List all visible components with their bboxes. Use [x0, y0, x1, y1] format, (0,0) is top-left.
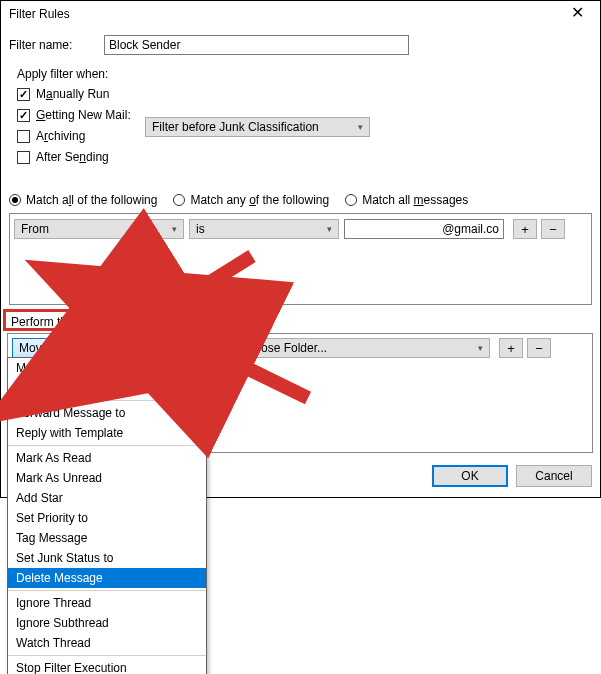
dropdown-option[interactable]: Reply with Template: [8, 423, 206, 443]
dropdown-separator: [8, 400, 206, 401]
apply-filter-when-heading: Apply filter when:: [17, 67, 131, 81]
dropdown-option[interactable]: Copy Message to: [8, 378, 206, 398]
radio-icon: [9, 194, 21, 206]
folder-icon: [219, 343, 233, 354]
dropdown-option[interactable]: Set Junk Status to: [8, 548, 206, 568]
conditions-box: From ▾ is ▾ @gmail.co + −: [9, 213, 592, 305]
match-all-messages-radio[interactable]: Match all messages: [345, 193, 468, 207]
dropdown-option[interactable]: Add Star: [8, 488, 206, 508]
chevron-down-icon: ▾: [190, 343, 195, 353]
dropdown-separator: [8, 655, 206, 656]
add-action-button[interactable]: +: [499, 338, 523, 358]
apply-filter-when-section: Apply filter when: Manually Run Getting …: [17, 67, 131, 169]
dropdown-option[interactable]: Ignore Subthread: [8, 613, 206, 633]
archiving-checkbox[interactable]: Archiving: [17, 127, 131, 145]
condition-row: From ▾ is ▾ @gmail.co + −: [14, 218, 587, 240]
dropdown-option[interactable]: Move Message to: [8, 358, 206, 378]
dropdown-option[interactable]: Stop Filter Execution: [8, 658, 206, 674]
condition-field-select[interactable]: From ▾: [14, 219, 184, 239]
close-button[interactable]: ✕: [555, 1, 600, 31]
dropdown-option[interactable]: Mark As Read: [8, 448, 206, 468]
chevron-down-icon: ▾: [172, 224, 177, 234]
cancel-button[interactable]: Cancel: [516, 465, 592, 487]
chevron-down-icon: ▾: [327, 224, 332, 234]
close-icon: ✕: [571, 4, 584, 21]
checkbox-icon: [17, 130, 30, 143]
dropdown-option[interactable]: Watch Thread: [8, 633, 206, 653]
dropdown-option[interactable]: Set Priority to: [8, 508, 206, 528]
dialog-buttons: OK Cancel: [432, 465, 592, 487]
dropdown-option[interactable]: Delete Message: [8, 568, 206, 588]
checkbox-icon: [17, 88, 30, 101]
getting-new-mail-checkbox[interactable]: Getting New Mail:: [17, 106, 131, 124]
manually-run-checkbox[interactable]: Manually Run: [17, 85, 131, 103]
ok-button[interactable]: OK: [432, 465, 508, 487]
add-condition-button[interactable]: +: [513, 219, 537, 239]
filter-rules-dialog-screenshot: Filter Rules ✕ Filter name: Apply filter…: [0, 0, 601, 674]
window-title: Filter Rules: [9, 7, 70, 21]
junk-classification-select[interactable]: Filter before Junk Classification ▾: [145, 117, 370, 137]
condition-value-input[interactable]: @gmail.co: [344, 219, 504, 239]
filter-name-row: Filter name:: [9, 35, 592, 57]
dropdown-option[interactable]: Forward Message to: [8, 403, 206, 423]
chevron-down-icon: ▾: [358, 122, 363, 132]
filter-name-input[interactable]: [104, 35, 409, 55]
remove-condition-button[interactable]: −: [541, 219, 565, 239]
match-all-radio[interactable]: Match all of the following: [9, 193, 157, 207]
match-mode-row: Match all of the following Match any of …: [9, 193, 468, 207]
after-sending-checkbox[interactable]: After Sending: [17, 148, 131, 166]
dropdown-separator: [8, 445, 206, 446]
dropdown-option[interactable]: Ignore Thread: [8, 593, 206, 613]
condition-operator-select[interactable]: is ▾: [189, 219, 339, 239]
radio-icon: [345, 194, 357, 206]
filter-name-label: Filter name:: [9, 38, 72, 52]
chevron-down-icon: ▾: [478, 343, 483, 353]
radio-icon: [173, 194, 185, 206]
dropdown-separator: [8, 590, 206, 591]
titlebar: Filter Rules ✕: [1, 1, 600, 31]
action-type-select[interactable]: Move Message to ▾: [12, 338, 202, 358]
remove-action-button[interactable]: −: [527, 338, 551, 358]
checkbox-icon: [17, 109, 30, 122]
action-row: Move Message to ▾ Choose Folder... ▾ + −: [12, 338, 551, 358]
perform-actions-label: Perform these actions:: [7, 313, 135, 331]
action-type-dropdown-popup: Move Message toCopy Message toForward Me…: [7, 357, 207, 674]
match-any-radio[interactable]: Match any of the following: [173, 193, 329, 207]
choose-folder-select[interactable]: Choose Folder... ▾: [212, 338, 490, 358]
dropdown-option[interactable]: Tag Message: [8, 528, 206, 548]
checkbox-icon: [17, 151, 30, 164]
dropdown-option[interactable]: Mark As Unread: [8, 468, 206, 488]
junk-select-value: Filter before Junk Classification: [152, 120, 319, 134]
